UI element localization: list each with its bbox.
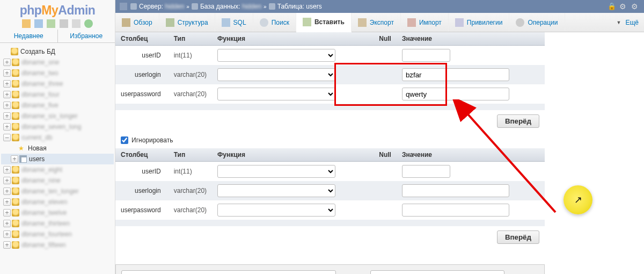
logout-icon[interactable] (34, 19, 43, 28)
tree-db[interactable]: +dbname_five (1, 100, 114, 111)
tab-recent[interactable]: Недавнее (0, 30, 58, 42)
tree-db[interactable]: +dbname_one (1, 57, 114, 68)
col-type: int(11) (169, 162, 212, 182)
expand-icon[interactable]: + (3, 241, 11, 249)
after-insert-select[interactable]: Вернуться на предыдущую страницу (370, 270, 504, 274)
home-icon[interactable] (22, 19, 31, 28)
collapse-icon[interactable]: – (3, 134, 11, 141)
value-input-userlogin[interactable] (402, 184, 509, 197)
ignore-checkbox[interactable] (121, 136, 128, 144)
expand-icon[interactable]: + (3, 198, 11, 206)
tab-operations[interactable]: Операции (509, 13, 565, 32)
tab-favorites[interactable]: Избранное (58, 30, 115, 42)
function-select[interactable] (217, 204, 335, 217)
tab-import[interactable]: Импорт (401, 13, 449, 32)
tab-insert[interactable]: Вставить (296, 13, 352, 32)
function-select[interactable] (217, 184, 335, 197)
value-input-userpassword[interactable] (402, 204, 509, 217)
th-value: Значение (397, 148, 545, 162)
create-db-label: Создать БД (20, 48, 55, 55)
collapse-sidebar-icon[interactable] (120, 3, 127, 10)
expand-icon[interactable]: + (3, 123, 11, 131)
expand-icon[interactable]: + (3, 230, 11, 238)
expand-icon[interactable]: + (3, 166, 11, 174)
tab-structure[interactable]: Структура (159, 13, 215, 32)
value-input-userpassword[interactable] (402, 88, 509, 100)
tree-db[interactable]: +dbname_ten_longer (1, 186, 114, 197)
tree-db[interactable]: +dbname_three (1, 78, 114, 89)
expand-icon[interactable]: + (3, 220, 11, 227)
forward-button[interactable]: Вперёд (497, 230, 539, 244)
tab-label: Поиск (272, 19, 289, 26)
expand-icon[interactable]: + (3, 209, 11, 217)
gear-icon[interactable] (631, 2, 640, 11)
insert-mode-select[interactable]: Вставить запись (121, 270, 336, 274)
table-row: userlogin varchar(20) (115, 181, 545, 200)
expand-icon[interactable]: + (3, 59, 11, 66)
expand-icon[interactable]: + (3, 188, 11, 195)
tree-table-users[interactable]: +users (1, 154, 114, 164)
tree-db[interactable]: +dbname_fifteen (1, 240, 114, 250)
tree-db[interactable]: +dbname_seven_long (1, 121, 114, 132)
tree-new[interactable]: Новая (1, 143, 114, 154)
value-input-userlogin[interactable] (402, 68, 509, 81)
db-icon (12, 241, 19, 249)
more-label: Ещё (625, 19, 639, 26)
tab-sql[interactable]: SQL (215, 13, 253, 32)
chevron-icon: » (261, 4, 269, 10)
expand-icon[interactable]: + (3, 112, 11, 120)
value-input-userid[interactable] (402, 49, 450, 62)
forward-button[interactable]: Вперёд (497, 114, 539, 128)
docs-icon[interactable] (47, 19, 55, 28)
tree-db[interactable]: +dbname_six_longer (1, 111, 114, 121)
gear-icon[interactable] (619, 2, 628, 11)
more-dropdown[interactable]: Ещё (611, 13, 644, 32)
tree-db[interactable]: +dbname_nine (1, 175, 114, 186)
function-select[interactable] (217, 165, 335, 178)
db-icon (12, 102, 19, 109)
db-icon (11, 48, 18, 55)
new-label: Новая (28, 145, 47, 152)
tab-export[interactable]: Экспорт (352, 13, 401, 32)
lock-icon[interactable] (608, 2, 616, 11)
th-type: Тип (169, 32, 212, 46)
create-db[interactable]: Создать БД (1, 46, 114, 57)
col-name: userID (115, 46, 169, 66)
function-select[interactable] (217, 49, 335, 62)
tree-db[interactable]: +dbname_four (1, 89, 114, 100)
col-name: userlogin (115, 181, 169, 200)
expand-icon[interactable]: + (3, 102, 11, 109)
bc-table-value: users (306, 3, 321, 10)
expand-icon[interactable]: + (3, 69, 11, 77)
tree-db[interactable]: +dbname_two (1, 68, 114, 78)
expand-icon[interactable]: + (3, 91, 11, 98)
tab-privileges[interactable]: Привилегии (449, 13, 510, 32)
function-select[interactable] (217, 88, 335, 100)
logo-my: My (41, 3, 58, 17)
expand-icon[interactable]: + (11, 155, 18, 163)
tree-db[interactable]: +dbname_eight (1, 164, 114, 175)
forward-row-1: Вперёд (115, 110, 545, 132)
col-name: userID (115, 162, 169, 182)
tab-search[interactable]: Поиск (253, 13, 296, 32)
tree-db[interactable]: +dbname_fourteen (1, 229, 114, 240)
function-select[interactable] (217, 68, 335, 81)
tree-db[interactable]: +dbname_twelve (1, 207, 114, 218)
sql-icon (222, 18, 230, 27)
tree-db[interactable]: +dbname_eleven (1, 197, 114, 207)
sidebar-quick-icons (0, 18, 115, 30)
browse-icon (122, 18, 130, 27)
new-icon (18, 145, 26, 152)
logo-admin: Admin (58, 3, 95, 17)
settings-icon[interactable] (60, 19, 68, 28)
nav-icon[interactable] (72, 19, 80, 28)
expand-icon[interactable]: + (3, 80, 11, 88)
tab-browse[interactable]: Обзор (115, 13, 159, 32)
operations-icon (516, 18, 524, 27)
tab-label: Структура (178, 19, 208, 26)
tree-db[interactable]: +dbname_thirteen (1, 218, 114, 229)
expand-icon[interactable]: + (3, 177, 11, 184)
value-input-userid[interactable] (402, 165, 450, 178)
reload-icon[interactable] (84, 19, 93, 28)
tree-db-open[interactable]: –current_db (1, 132, 114, 143)
